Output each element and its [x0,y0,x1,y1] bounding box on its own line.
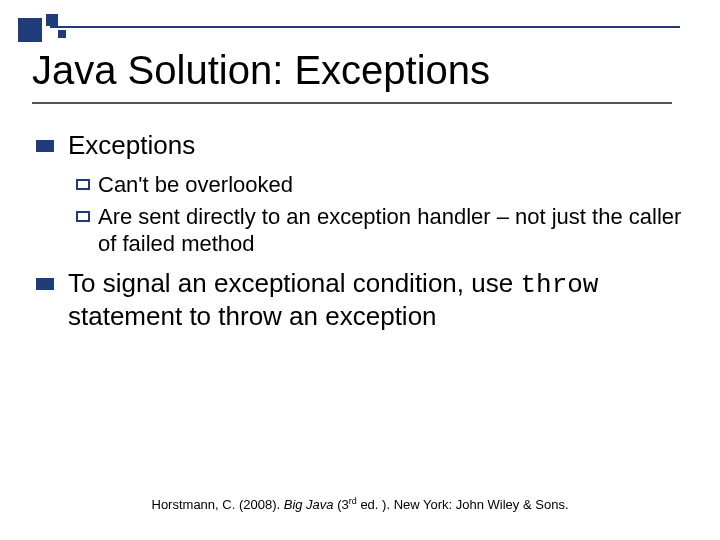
ornament-top-rule [50,26,680,28]
bullet-text: To signal an exceptional condition, use … [68,268,684,332]
citation-author: Horstmann, C. (2008). [152,497,284,512]
bullet-level2: Can't be overlooked [76,171,684,199]
bullet-hollow-square-icon [76,179,90,190]
sub-bullets: Can't be overlooked Are sent directly to… [76,171,684,258]
slide: Java Solution: Exceptions Exceptions Can… [0,0,720,540]
sub-prefix: Are [98,204,132,229]
citation: Horstmann, C. (2008). Big Java (3rd ed. … [0,496,720,512]
slide-body: Exceptions Can't be overlooked Are sent … [36,130,684,342]
bullet-post: statement to throw an exception [68,301,437,331]
bullet-level1: Exceptions [36,130,684,161]
citation-edition-sup: rd [349,496,357,506]
bullet-hollow-square-icon [76,211,90,222]
slide-title: Java Solution: Exceptions [32,48,688,92]
sub-rest: be overlooked [149,172,293,197]
bullet-text: Can't be overlooked [98,171,684,199]
ornament-cube-large [18,18,42,42]
citation-title: Big Java [284,497,334,512]
bullet-text: Exceptions [68,130,684,161]
title-underline [32,102,672,104]
citation-edition-close: ed. ). New York: John Wiley & Sons. [357,497,569,512]
bullet-level1: To signal an exceptional condition, use … [36,268,684,332]
sub-prefix: Can't [98,172,149,197]
bullet-pre: To signal an exceptional condition, use [68,268,520,298]
ornament-cube-medium [46,14,58,26]
corner-ornament [18,14,118,50]
bullet-level2: Are sent directly to an exception handle… [76,203,684,258]
citation-edition-open: (3 [334,497,349,512]
bullet-code: throw [520,270,598,300]
bullet-square-icon [36,140,54,152]
sub-rest: sent directly to an exception handler – … [98,204,681,257]
ornament-cube-small [58,30,66,38]
bullet-text: Are sent directly to an exception handle… [98,203,684,258]
bullet-square-icon [36,278,54,290]
